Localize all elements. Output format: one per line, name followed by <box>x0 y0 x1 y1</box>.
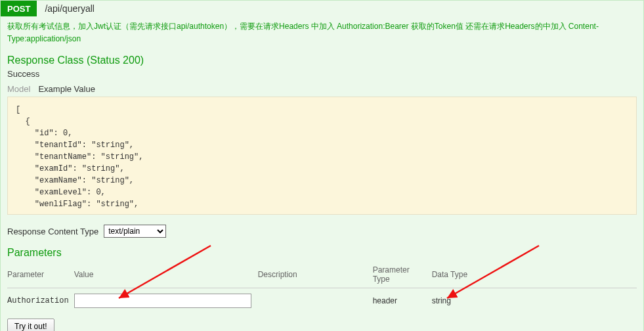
tab-example-value[interactable]: Example Value <box>38 84 95 94</box>
col-header-parameter-type: Parameter Type <box>373 261 432 288</box>
try-it-out-button[interactable]: Try it out! <box>7 319 54 331</box>
example-value-textarea[interactable] <box>7 97 637 215</box>
response-content-type-select[interactable]: text/plain <box>104 225 166 238</box>
col-header-data-type: Data Type <box>432 261 637 288</box>
response-class-header: Response Class (Status 200) <box>7 55 637 66</box>
operation-panel: POST /api/queryall 获取所有考试信息，加入Jwt认证（需先请求… <box>0 0 644 331</box>
response-tabs: Model Example Value <box>7 84 637 94</box>
operation-description: 获取所有考试信息，加入Jwt认证（需先请求接口api/authtoken），需要… <box>7 20 637 45</box>
parameters-table: Parameter Value Description Parameter Ty… <box>7 261 637 313</box>
response-content-type-row: Response Content Type text/plain <box>7 225 637 238</box>
col-header-description: Description <box>258 261 373 288</box>
response-status-text: Success <box>7 69 637 79</box>
param-name: Authorization <box>7 288 74 314</box>
endpoint-path: /api/queryall <box>37 1 643 16</box>
param-description <box>258 288 373 314</box>
operation-header[interactable]: POST /api/queryall <box>1 1 643 16</box>
http-method-badge: POST <box>1 1 37 16</box>
param-data-type: string <box>432 288 637 314</box>
response-content-type-label: Response Content Type <box>7 227 98 236</box>
param-type: header <box>373 288 432 314</box>
param-value-input[interactable] <box>74 294 251 308</box>
col-header-value: Value <box>74 261 258 288</box>
table-row: Authorization header string <box>7 288 637 314</box>
tab-model[interactable]: Model <box>7 84 30 94</box>
col-header-parameter: Parameter <box>7 261 74 288</box>
parameters-header: Parameters <box>7 247 637 259</box>
